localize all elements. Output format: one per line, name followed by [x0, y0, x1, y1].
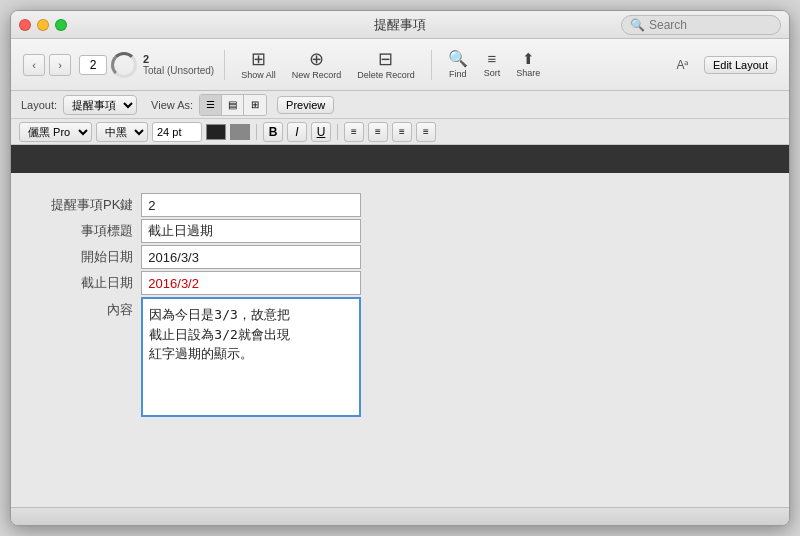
title-bar: 提醒事項 🔍 — [11, 11, 789, 39]
view-as-label: View As: — [151, 99, 193, 111]
label-pk: 提醒事項PK鍵 — [51, 193, 141, 219]
header-band — [11, 145, 789, 173]
nav-next-button[interactable]: › — [49, 54, 71, 76]
layout-label: Layout: — [21, 99, 57, 111]
nav-controls: ‹ › 2 2 Total (Unsorted) — [23, 52, 214, 78]
search-input[interactable] — [649, 18, 772, 32]
find-icon: 🔍 — [448, 51, 468, 67]
font-bar-sep-2 — [337, 124, 338, 140]
color-picker-button[interactable] — [230, 124, 250, 140]
record-info: 2 Total (Unsorted) — [143, 53, 214, 76]
field-end-date — [141, 271, 361, 297]
edit-layout-button[interactable]: Edit Layout — [704, 56, 777, 74]
form-row-content: 內容 因為今日是3/3，故意把 截止日設為3/2就會出現 紅字過期的顯示。 — [51, 297, 361, 419]
maximize-button[interactable] — [55, 19, 67, 31]
font-bar-sep — [256, 124, 257, 140]
layout-bar: Layout: 提醒事項 View As: ☰ ▤ ⊞ Preview — [11, 91, 789, 119]
sort-button[interactable]: ≡ Sort — [478, 49, 507, 80]
search-icon: 🔍 — [630, 18, 645, 32]
view-list-button[interactable]: ▤ — [222, 95, 244, 115]
align-left-button[interactable]: ≡ — [344, 122, 364, 142]
form-row-title: 事項標題 — [51, 219, 361, 245]
show-all-label: Show All — [241, 70, 276, 80]
form-row-end-date: 截止日期 — [51, 271, 361, 297]
nav-prev-button[interactable]: ‹ — [23, 54, 45, 76]
label-end-date: 截止日期 — [51, 271, 141, 297]
font-family-select[interactable]: 儷黑 Pro — [19, 122, 92, 142]
bold-button[interactable]: B — [263, 122, 283, 142]
find-button[interactable]: 🔍 Find — [442, 49, 474, 81]
new-record-label: New Record — [292, 70, 342, 80]
share-button[interactable]: ⬆ Share — [510, 49, 546, 80]
form-table: 提醒事項PK鍵 事項標題 開始日期 — [51, 193, 361, 419]
input-pk[interactable] — [141, 193, 361, 217]
view-buttons: ☰ ▤ ⊞ — [199, 94, 267, 116]
font-weight-select[interactable]: 中黑 — [96, 122, 148, 142]
font-bar: 儷黑 Pro 中黑 24 pt B I U ≡ ≡ ≡ ≡ — [11, 119, 789, 145]
label-start-date: 開始日期 — [51, 245, 141, 271]
sort-icon: ≡ — [488, 51, 497, 66]
field-pk — [141, 193, 361, 219]
field-start-date — [141, 245, 361, 271]
record-number-field[interactable]: 2 — [79, 55, 107, 75]
new-record-button[interactable]: ⊕ New Record — [286, 48, 348, 82]
label-title: 事項標題 — [51, 219, 141, 245]
toolbar: ‹ › 2 2 Total (Unsorted) ⊞ Show All ⊕ Ne… — [11, 39, 789, 91]
color-swatch[interactable] — [206, 124, 226, 140]
underline-button[interactable]: U — [311, 122, 331, 142]
font-size-value: 24 pt — [157, 126, 181, 138]
layout-select[interactable]: 提醒事項 — [63, 95, 137, 115]
font-size-field[interactable]: 24 pt — [152, 122, 202, 142]
toolbar-sep-2 — [431, 50, 432, 80]
edit-layout-area: Aᵃ Edit Layout — [676, 55, 777, 74]
preview-button[interactable]: Preview — [277, 96, 334, 114]
record-total-label: 2 — [143, 53, 214, 65]
search-box[interactable]: 🔍 — [621, 15, 781, 35]
view-table-button[interactable]: ⊞ — [244, 95, 266, 115]
align-justify-button[interactable]: ≡ — [416, 122, 436, 142]
view-form-button[interactable]: ☰ — [200, 95, 222, 115]
show-all-button[interactable]: ⊞ Show All — [235, 48, 282, 82]
status-bar — [11, 507, 789, 525]
sort-label: Sort — [484, 68, 501, 78]
show-all-icon: ⊞ — [251, 50, 266, 68]
find-label: Find — [449, 69, 467, 79]
record-unsorted-label: Total (Unsorted) — [143, 65, 214, 76]
record-spinner — [111, 52, 137, 78]
form-row-start-date: 開始日期 — [51, 245, 361, 271]
label-content: 內容 — [51, 297, 141, 419]
share-icon: ⬆ — [522, 51, 535, 66]
toolbar-sep-1 — [224, 50, 225, 80]
share-label: Share — [516, 68, 540, 78]
field-content: 因為今日是3/3，故意把 截止日設為3/2就會出現 紅字過期的顯示。 — [141, 297, 361, 419]
align-center-button[interactable]: ≡ — [368, 122, 388, 142]
input-end-date[interactable] — [141, 271, 361, 295]
font-aa-icon: Aᵃ — [676, 58, 689, 72]
delete-record-button[interactable]: ⊟ Delete Record — [351, 48, 421, 82]
italic-button[interactable]: I — [287, 122, 307, 142]
delete-record-label: Delete Record — [357, 70, 415, 80]
form-row-pk: 提醒事項PK鍵 — [51, 193, 361, 219]
main-content: 提醒事項PK鍵 事項標題 開始日期 — [11, 173, 789, 507]
delete-record-icon: ⊟ — [378, 50, 393, 68]
new-record-icon: ⊕ — [309, 50, 324, 68]
input-title[interactable] — [141, 219, 361, 243]
close-button[interactable] — [19, 19, 31, 31]
input-content[interactable]: 因為今日是3/3，故意把 截止日設為3/2就會出現 紅字過期的顯示。 — [141, 297, 361, 417]
main-window: 提醒事項 🔍 ‹ › 2 2 Total (Unsorted) ⊞ Show A… — [10, 10, 790, 526]
align-right-button[interactable]: ≡ — [392, 122, 412, 142]
traffic-lights — [19, 19, 67, 31]
minimize-button[interactable] — [37, 19, 49, 31]
field-title — [141, 219, 361, 245]
window-title: 提醒事項 — [374, 16, 426, 34]
input-start-date[interactable] — [141, 245, 361, 269]
